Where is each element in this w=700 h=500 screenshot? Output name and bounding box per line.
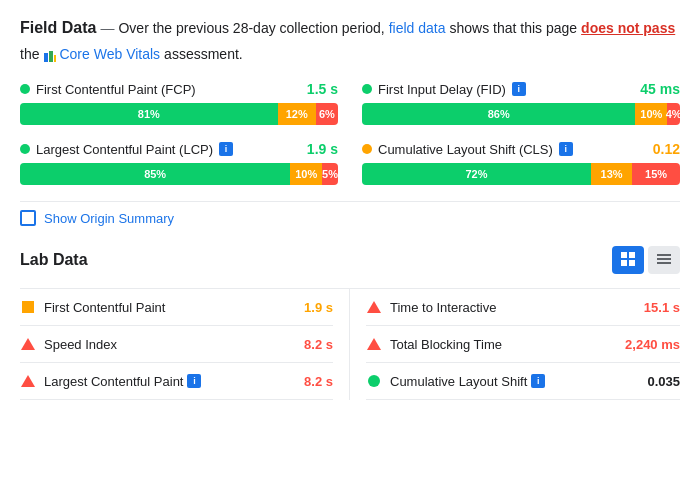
triangle-red-icon [21,338,35,350]
field-data-middle: shows that this page [449,18,577,39]
grid-icon [620,251,636,270]
circle-green-icon [368,375,380,387]
field-lab-divider [20,201,680,202]
show-origin-label[interactable]: Show Origin Summary [44,211,174,226]
svg-rect-5 [621,260,627,266]
metric-lcp: Largest Contentful Paint (LCP) i 1.9 s 8… [20,141,338,185]
lab-tbt-icon [366,336,382,352]
lcp-bar-orange: 10% [290,163,322,185]
svg-rect-0 [44,53,48,62]
cls-dot [362,144,372,154]
cls-title-row: Cumulative Layout Shift (CLS) i 0.12 [362,141,680,157]
show-origin-checkbox[interactable] [20,210,36,226]
svg-rect-3 [621,252,627,258]
fcp-bar-red: 6% [316,103,338,125]
fid-bar-red: 4% [667,103,680,125]
lab-tti-icon [366,299,382,315]
core-web-vitals-link[interactable]: Core Web Vitals [43,44,160,65]
metric-fcp: First Contentful Paint (FCP) 1.5 s 81% 1… [20,81,338,125]
lab-fcp-name: First Contentful Paint [44,300,304,315]
fcp-bar: 81% 12% 6% [20,103,338,125]
lab-col-left: First Contentful Paint 1.9 s Speed Index… [20,289,350,400]
cls-bar-orange: 13% [591,163,632,185]
view-toggle [612,246,680,274]
cls-bar-green: 72% [362,163,591,185]
lab-cls-icon [366,373,382,389]
list-icon [656,251,672,270]
lcp-bar-green: 85% [20,163,290,185]
lab-si-icon [20,336,36,352]
cls-info-icon[interactable]: i [559,142,573,156]
cwv-text: Core Web Vitals [59,44,160,65]
lab-data-header: Lab Data [20,246,680,274]
svg-rect-2 [54,55,56,62]
lab-metric-cls: Cumulative Layout Shift i 0.035 [366,363,680,400]
lcp-dot [20,144,30,154]
metric-fid: First Input Delay (FID) i 45 ms 86% 10% … [362,81,680,125]
triangle-red-icon-3 [367,301,381,313]
field-data-description: Over the previous 28-day collection peri… [118,18,384,39]
cls-value: 0.12 [653,141,680,157]
lcp-title-left: Largest Contentful Paint (LCP) i [20,142,233,157]
fid-value: 45 ms [640,81,680,97]
lab-tti-name: Time to Interactive [390,300,644,315]
cls-name: Cumulative Layout Shift (CLS) [378,142,553,157]
field-data-dash: — [100,18,114,39]
fid-bar-orange: 10% [635,103,667,125]
fid-info-icon[interactable]: i [512,82,526,96]
triangle-red-icon-4 [367,338,381,350]
toggle-list-button[interactable] [648,246,680,274]
square-orange-icon [22,301,34,313]
lcp-info-icon[interactable]: i [219,142,233,156]
fcp-name: First Contentful Paint (FCP) [36,82,196,97]
svg-rect-1 [49,51,53,62]
cwv-icon [43,48,57,62]
field-data-title: Field Data [20,16,96,40]
lab-cls-value: 0.035 [647,374,680,389]
field-data-header: Field Data — Over the previous 28-day co… [20,16,680,65]
field-data-end: the [20,44,39,65]
triangle-red-icon-2 [21,375,35,387]
lab-tbt-name: Total Blocking Time [390,337,625,352]
fail-text: does not pass [581,18,675,39]
lab-tti-value: 15.1 s [644,300,680,315]
lab-data-title: Lab Data [20,251,88,269]
lab-fcp-value: 1.9 s [304,300,333,315]
lab-col-right: Time to Interactive 15.1 s Total Blockin… [350,289,680,400]
metric-cls: Cumulative Layout Shift (CLS) i 0.12 72%… [362,141,680,185]
field-data-link[interactable]: field data [389,18,446,39]
lab-metrics-wrapper: First Contentful Paint 1.9 s Speed Index… [20,288,680,400]
field-data-assessment: assessment. [164,44,243,65]
lcp-bar: 85% 10% 5% [20,163,338,185]
lab-lcp-info-icon[interactable]: i [187,374,201,388]
lcp-value: 1.9 s [307,141,338,157]
fcp-value: 1.5 s [307,81,338,97]
lab-cls-name: Cumulative Layout Shift i [390,374,647,389]
lcp-bar-red: 5% [322,163,338,185]
lab-metric-tti: Time to Interactive 15.1 s [366,289,680,326]
lab-tbt-value: 2,240 ms [625,337,680,352]
fcp-dot [20,84,30,94]
lab-metric-si: Speed Index 8.2 s [20,326,333,363]
cls-title-left: Cumulative Layout Shift (CLS) i [362,142,573,157]
show-origin-row[interactable]: Show Origin Summary [20,210,680,226]
fid-title-left: First Input Delay (FID) i [362,82,526,97]
fcp-bar-orange: 12% [278,103,316,125]
lab-lcp-icon [20,373,36,389]
svg-rect-4 [629,252,635,258]
fid-title-row: First Input Delay (FID) i 45 ms [362,81,680,97]
fcp-title-row: First Contentful Paint (FCP) 1.5 s [20,81,338,97]
lab-lcp-name: Largest Contentful Paint i [44,374,304,389]
fid-bar: 86% 10% 4% [362,103,680,125]
toggle-grid-button[interactable] [612,246,644,274]
lab-lcp-value: 8.2 s [304,374,333,389]
lcp-title-row: Largest Contentful Paint (LCP) i 1.9 s [20,141,338,157]
svg-rect-6 [629,260,635,266]
fcp-bar-green: 81% [20,103,278,125]
svg-rect-7 [657,254,671,256]
fid-dot [362,84,372,94]
lab-fcp-icon [20,299,36,315]
lab-si-name: Speed Index [44,337,304,352]
fid-bar-green: 86% [362,103,635,125]
lab-cls-info-icon[interactable]: i [531,374,545,388]
